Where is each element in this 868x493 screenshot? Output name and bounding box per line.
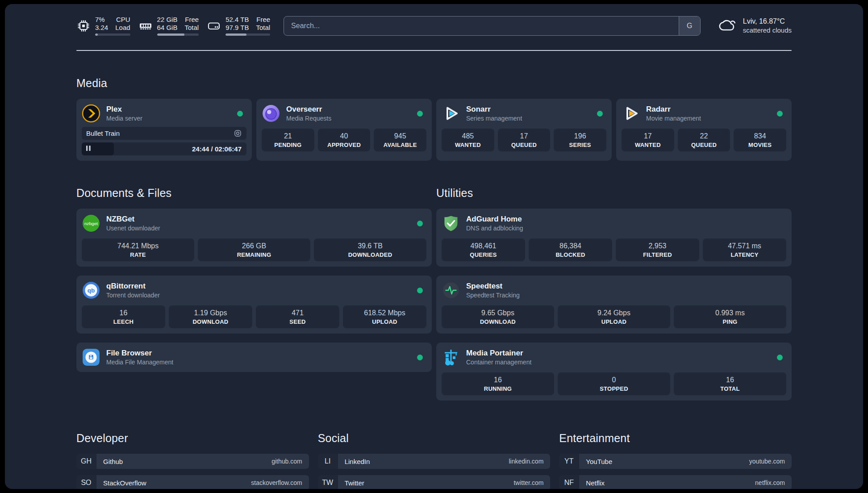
now-playing-row: Bullet Train (82, 127, 246, 140)
app-subtitle: Media Requests (286, 115, 331, 122)
app-subtitle: Container management (466, 359, 531, 366)
stat-download: 9.65 Gbps DOWNLOAD (442, 305, 554, 328)
bookmark-abbr: YT (559, 454, 579, 469)
memory-free-value: 22 GiB (157, 16, 178, 23)
status-online-dot (777, 111, 783, 117)
bookmark-netflix[interactable]: NF Netflix netflix.com (559, 475, 792, 489)
app-card-portainer[interactable]: Media Portainer Container management 16 … (436, 343, 792, 401)
bookmark-url: youtube.com (749, 458, 785, 465)
app-name: AdGuard Home (466, 215, 523, 224)
system-stats: 7% CPU 3.24 Load (76, 16, 270, 36)
storage-free-value: 52.4 TB (225, 16, 249, 23)
section-title-developer: Developer (76, 432, 309, 445)
pause-icon (86, 145, 91, 153)
status-online-dot (417, 111, 423, 117)
filebrowser-icon (82, 348, 100, 367)
section-title-utilities: Utilities (436, 187, 792, 200)
app-card-sonarr[interactable]: Sonarr Series management 485 WANTED 17 Q… (436, 99, 612, 161)
plex-icon (82, 104, 100, 123)
bookmark-stackoverflow[interactable]: SO StackOverflow stackoverflow.com (76, 475, 309, 489)
stat-queued: 22 QUEUED (678, 129, 730, 151)
disk-icon (207, 19, 221, 33)
app-card-filebrowser[interactable]: File Browser Media File Management (76, 343, 432, 372)
status-online-dot (417, 288, 423, 293)
stat-remaining: 266 GB REMAINING (198, 238, 310, 261)
svg-text:nzbget: nzbget (84, 221, 98, 226)
radarr-icon (622, 104, 640, 123)
app-subtitle: Movie management (646, 115, 701, 122)
status-online-dot (777, 355, 783, 360)
stat-downloaded: 39.6 TB DOWNLOADED (314, 238, 426, 261)
section-title-media: Media (76, 77, 792, 90)
app-subtitle: Series management (466, 115, 522, 122)
app-card-qbittorrent[interactable]: qb qBittorrent Torrent downloader 16 LEE… (76, 276, 432, 334)
stat-movies: 834 MOVIES (734, 129, 786, 151)
bookmark-abbr: GH (76, 454, 96, 469)
app-name: Speedtest (466, 282, 520, 291)
stat-upload: 9.24 Gbps UPLOAD (558, 305, 670, 328)
nzbget-icon: nzbget (82, 214, 100, 233)
stat-upload: 618.52 Mbps UPLOAD (343, 305, 426, 328)
weather-location-temp: Lviv, 16.87°C (743, 17, 792, 25)
playback-time: 24:44 / 02:06:47 (192, 145, 246, 153)
stat-running: 16 RUNNING (442, 372, 554, 395)
stat-ping: 0.993 ms PING (674, 305, 786, 328)
stat-wanted: 485 WANTED (442, 129, 494, 151)
section-entertainment: Entertainment YT YouTube youtube.com NF … (559, 432, 792, 489)
app-name: Media Portainer (466, 349, 531, 358)
stat-stopped: 0 STOPPED (558, 372, 670, 395)
storage-total-value: 97.9 TB (225, 24, 249, 31)
search-input[interactable] (284, 17, 679, 35)
cpu-stat: 7% CPU 3.24 Load (76, 16, 130, 36)
app-card-plex[interactable]: Plex Media server Bullet Train 24 (76, 99, 252, 161)
status-online-dot (237, 111, 243, 117)
cloud-icon (718, 16, 737, 36)
memory-progress-bar (157, 33, 199, 36)
bookmark-youtube[interactable]: YT YouTube youtube.com (559, 454, 792, 469)
section-utilities: Utilities AdGuard Home (436, 161, 792, 401)
app-name: Overseerr (286, 105, 331, 114)
stat-pending: 21 PENDING (262, 129, 314, 151)
app-name: Sonarr (466, 105, 522, 114)
stat-wanted: 17 WANTED (622, 129, 674, 151)
cpu-icon (76, 19, 91, 33)
search-engine-button[interactable]: G (679, 17, 700, 35)
storage-free-label: Free (256, 16, 270, 23)
section-documents: Documents & Files nzbget NZBGet Usenet d… (76, 161, 432, 372)
bookmark-linkedin[interactable]: LI LinkedIn linkedin.com (318, 454, 551, 469)
app-card-overseerr[interactable]: Overseerr Media Requests 21 PENDING 40 A… (256, 99, 432, 161)
bookmark-github[interactable]: GH Github github.com (76, 454, 309, 469)
status-online-dot (417, 221, 423, 226)
playback-progress-fill (82, 142, 114, 155)
overseerr-icon (262, 104, 280, 123)
session-camera-icon[interactable] (234, 129, 242, 138)
ram-icon (138, 19, 153, 33)
stat-download: 1.19 Gbps DOWNLOAD (169, 305, 252, 328)
bookmark-url: stackoverflow.com (251, 479, 302, 486)
memory-total-label: Total (184, 24, 199, 31)
storage-stat: 52.4 TB Free 97.9 TB Total (207, 16, 270, 36)
now-playing-progress-bar: 24:44 / 02:06:47 (82, 142, 246, 155)
app-card-speedtest[interactable]: Speedtest Speedtest Tracking 9.65 Gbps D… (436, 276, 792, 334)
app-card-adguard[interactable]: AdGuard Home DNS and adblocking 498,461 … (436, 209, 792, 267)
app-card-nzbget[interactable]: nzbget NZBGet Usenet downloader 744.21 M… (76, 209, 432, 267)
app-subtitle: Media server (106, 115, 142, 122)
media-card-grid: Plex Media server Bullet Train 24 (76, 99, 792, 161)
bookmarks-grid: Developer GH Github github.com SO StackO… (76, 432, 792, 489)
bookmark-name: Twitter (345, 479, 364, 487)
memory-stat: 22 GiB Free 64 GiB Total (138, 16, 199, 36)
dashboard-page: 7% CPU 3.24 Load (5, 4, 863, 489)
section-title-social: Social (318, 432, 551, 445)
stat-latency: 47.571 ms LATENCY (703, 238, 786, 261)
bookmark-twitter[interactable]: TW Twitter twitter.com (318, 475, 551, 489)
cpu-load-value: 3.24 (95, 24, 108, 31)
app-subtitle: Usenet downloader (106, 225, 160, 232)
stat-total: 16 TOTAL (674, 372, 786, 395)
middle-grid: Documents & Files nzbget NZBGet Usenet d… (76, 161, 792, 401)
app-card-radarr[interactable]: Radarr Movie management 17 WANTED 22 QUE… (616, 99, 792, 161)
cpu-progress-bar (95, 33, 130, 36)
bookmark-url: github.com (271, 458, 302, 465)
stat-blocked: 86,384 BLOCKED (529, 238, 612, 261)
header-divider (76, 50, 792, 51)
app-name: File Browser (106, 349, 173, 358)
